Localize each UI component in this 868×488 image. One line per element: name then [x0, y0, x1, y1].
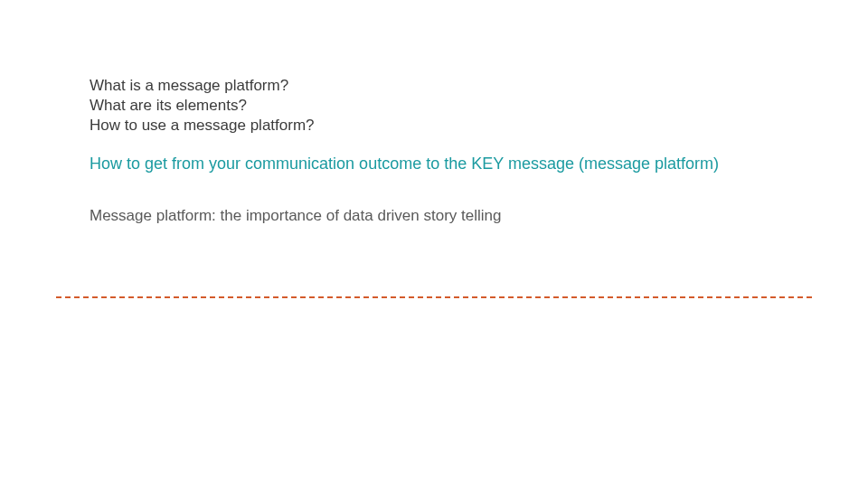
intro-line-2: What are its elements? — [90, 96, 814, 116]
slide: What is a message platform? What are its… — [0, 0, 868, 488]
intro-line-1: What is a message platform? — [90, 76, 814, 96]
sub-line: Message platform: the importance of data… — [90, 206, 814, 226]
intro-block: What is a message platform? What are its… — [90, 76, 814, 135]
intro-line-3: How to use a message platform? — [90, 116, 814, 136]
dashed-divider — [56, 296, 812, 298]
highlight-line: How to get from your communication outco… — [90, 154, 814, 174]
